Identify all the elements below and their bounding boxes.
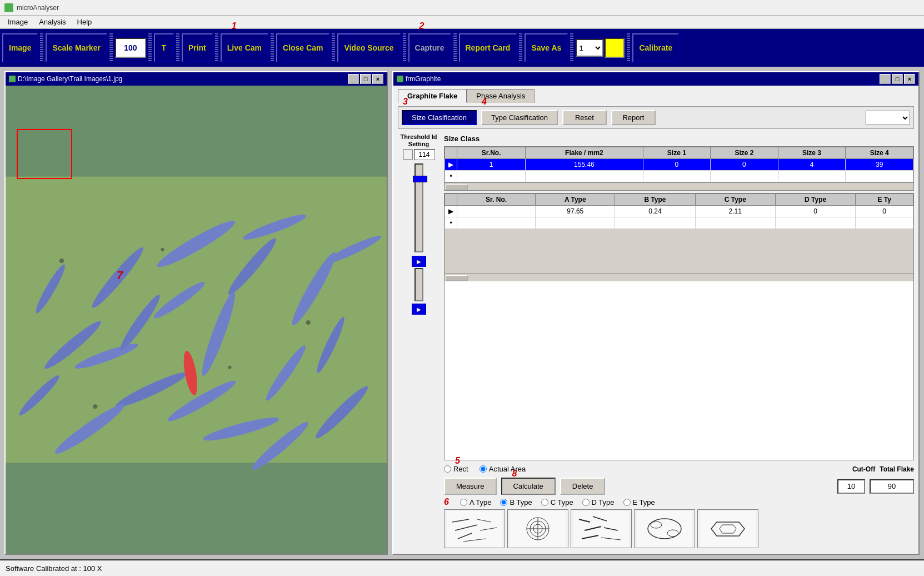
dropdown-select[interactable]: 123 — [576, 39, 603, 57]
c-type-radio[interactable] — [541, 499, 548, 506]
scroll-thumb — [446, 184, 468, 190]
menu-image[interactable]: Image — [2, 17, 33, 27]
window-minimize[interactable]: _ — [348, 74, 359, 84]
image-window-titlebar: D:\Image Gallery\Trail Images\1.jpg _ □ … — [6, 72, 387, 86]
trow-btype: 0.24 — [615, 206, 695, 217]
t-button[interactable]: T — [154, 33, 174, 62]
action-row: Measure 8 Calculate Delete 10 90 — [444, 478, 914, 495]
delete-button[interactable]: Delete — [560, 478, 606, 495]
e-type-label: E Type — [633, 498, 655, 507]
rect-radio-label[interactable]: Rect — [444, 465, 468, 473]
size-table-scrollbar[interactable] — [444, 182, 913, 190]
trow-etype: 0 — [856, 206, 913, 217]
tcol-atype: A Type — [536, 194, 615, 206]
b-type-radio[interactable] — [500, 499, 507, 506]
trow-atype: 97.65 — [536, 206, 615, 217]
col-size3: Size 3 — [778, 147, 846, 159]
report-card-button[interactable]: Report Card — [459, 33, 517, 62]
trow-dtype: 0 — [775, 206, 855, 217]
type-table-scrollbar[interactable] — [444, 274, 913, 281]
capture-button[interactable]: Capture — [408, 33, 451, 62]
c-type-label: C Type — [551, 498, 573, 507]
report-btn[interactable]: Report — [611, 110, 656, 125]
type-classification-btn[interactable]: Type Clasification — [481, 110, 558, 125]
slider-arrow[interactable]: ▶ — [412, 256, 426, 267]
graphite-close[interactable]: × — [904, 74, 915, 84]
tcol-btype: B Type — [615, 194, 695, 206]
title-bar: microAnalyser — [0, 0, 924, 16]
image-button[interactable]: Image — [2, 33, 38, 62]
tab-bar: Graphite Flake Phase Analysis — [398, 89, 914, 103]
threshold-input[interactable]: 114 — [414, 149, 435, 160]
table-row[interactable]: ▶ 1 155.46 0 0 4 39 — [445, 159, 913, 171]
type-table-row[interactable]: ▶ 97.65 0.24 2.11 0 0 — [445, 206, 913, 217]
graphite-minimize[interactable]: _ — [880, 74, 891, 84]
color-swatch[interactable] — [605, 38, 625, 58]
selection-rect — [17, 129, 72, 179]
close-cam-button[interactable]: Close Cam — [276, 33, 329, 62]
svg-rect-52 — [700, 511, 756, 547]
scale-marker-button[interactable]: Scale Marker — [46, 33, 107, 62]
a-type-label: A Type — [470, 498, 492, 507]
reset-btn[interactable]: Reset — [562, 110, 607, 125]
image-window-title: D:\Image Gallery\Trail Images\1.jpg — [18, 75, 122, 83]
actual-area-radio[interactable] — [480, 465, 487, 473]
annotation-8: 8 — [512, 469, 517, 479]
measure-button[interactable]: Measure — [444, 478, 497, 495]
a-type-radio[interactable] — [460, 499, 467, 506]
ref-images-row — [444, 509, 914, 548]
threshold-slider[interactable] — [414, 163, 423, 252]
toolbar-separator-2 — [109, 33, 113, 62]
total-flake-input[interactable]: 90 — [870, 479, 914, 494]
magnification-input[interactable]: 100 — [115, 38, 146, 58]
calculate-button[interactable]: Calculate — [501, 478, 556, 495]
c-type-radio-label[interactable]: C Type — [541, 498, 573, 507]
save-as-button[interactable]: Save As — [525, 33, 568, 62]
svg-point-24 — [161, 248, 164, 251]
ref-image-b — [507, 509, 568, 548]
video-source-button[interactable]: Video Source — [337, 33, 400, 62]
threshold-color-swatch[interactable] — [403, 150, 413, 160]
a-type-radio-label[interactable]: A Type — [460, 498, 492, 507]
graphite-maximize[interactable]: □ — [892, 74, 903, 84]
ref-image-a — [444, 509, 505, 548]
trow-srno — [457, 206, 536, 217]
window-maximize[interactable]: □ — [360, 74, 371, 84]
cutoff-input[interactable]: 10 — [837, 479, 865, 494]
type-table-wrapper: Sr. No. A Type B Type C Type D Type E Ty — [444, 193, 914, 460]
e-type-radio-label[interactable]: E Type — [623, 498, 655, 507]
toolbar-separator-10 — [519, 33, 522, 62]
row-s2: 0 — [711, 159, 778, 171]
menu-help[interactable]: Help — [72, 17, 98, 27]
threshold-slider-2[interactable] — [414, 268, 423, 301]
window-close[interactable]: × — [372, 74, 383, 84]
live-cam-button[interactable]: Live Cam — [221, 33, 268, 62]
threshold-panel: Threshold Id Setting 114 ▶ — [398, 133, 439, 550]
actual-area-radio-label[interactable]: Actual Area — [480, 465, 526, 473]
annotation-6: 6 — [444, 497, 449, 507]
tab-phase-analysis[interactable]: Phase Analysis — [467, 89, 535, 103]
graphite-window: frmGraphite _ □ × Graphite Flake Phase A… — [392, 71, 920, 555]
d-type-radio[interactable] — [582, 499, 590, 506]
tables-container: Size Class Sr.No. Flake / mm2 Size 1 Siz… — [444, 133, 914, 550]
size-classification-btn[interactable]: Size Clasification — [402, 110, 477, 125]
rect-radio[interactable] — [444, 465, 451, 473]
tab-graphite-flake[interactable]: Graphite Flake — [398, 89, 467, 103]
d-type-radio-label[interactable]: D Type — [582, 498, 615, 507]
e-type-radio[interactable] — [623, 499, 631, 506]
size-class-label: Size Class — [444, 133, 914, 144]
threshold-label: Threshold Id Setting — [398, 133, 439, 148]
print-button[interactable]: Print — [182, 33, 213, 62]
class-dropdown[interactable] — [866, 111, 910, 125]
image-window: D:\Image Gallery\Trail Images\1.jpg _ □ … — [4, 71, 388, 555]
calibrate-button[interactable]: Calibrate — [632, 33, 679, 62]
row-arrow: ▶ — [445, 159, 457, 171]
toolbar-separator-1 — [40, 33, 43, 62]
annotation-1: 1 — [232, 21, 237, 31]
menu-analysis[interactable]: Analysis — [33, 17, 71, 27]
toolbar-separator-11 — [570, 33, 573, 62]
toolbar-separator-6 — [271, 33, 274, 62]
slider-arrow-2[interactable]: ▶ — [412, 304, 426, 315]
b-type-radio-label[interactable]: B Type — [500, 498, 532, 507]
toolbar-separator-3 — [148, 33, 152, 62]
